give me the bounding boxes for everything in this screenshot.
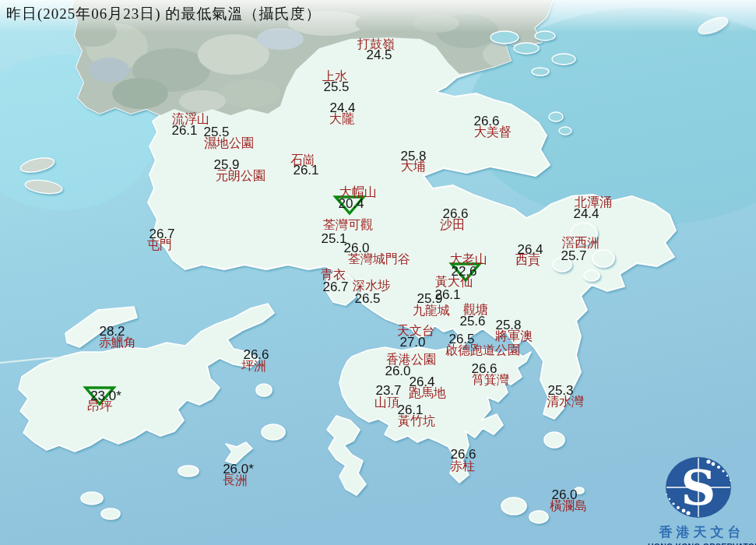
- station-temperature: 25.9: [417, 293, 442, 304]
- station-temperature: 26.0: [385, 365, 410, 377]
- station-name: 西貢: [515, 254, 540, 265]
- station-temperature: 24.4: [573, 208, 599, 220]
- station-temperature: 23.7: [375, 385, 401, 396]
- station-name: 昂坪: [87, 400, 112, 412]
- station-temperature: 20.4: [338, 198, 364, 209]
- station-name: 黃大仙: [435, 276, 473, 287]
- station-name: 啟德跑道公園: [445, 344, 520, 356]
- station-name: 赤鱲角: [99, 336, 136, 348]
- weather-map-page: 昨日(2025年06月23日) 的最低氣溫（攝氏度） 打鼓嶺24.5上水25.5…: [0, 0, 756, 545]
- station-temperature: 26.1: [171, 125, 197, 136]
- station-name: 黃竹坑: [398, 415, 435, 427]
- station-name: 橫瀾島: [550, 500, 587, 512]
- station-name: 九龍城: [413, 304, 450, 316]
- station-name: 大美督: [474, 126, 512, 138]
- station-name: 深水埗: [353, 280, 390, 291]
- station-name: 清水灣: [547, 396, 584, 407]
- station-name: 大隴: [329, 113, 354, 125]
- station-name: 跑馬地: [409, 387, 446, 399]
- station-name: 山頂: [374, 396, 399, 408]
- station-name: 青衣: [321, 269, 346, 280]
- station-name: 沙田: [440, 219, 465, 230]
- station-temperature: 26.6: [450, 448, 476, 460]
- station-temperature: 25.6: [459, 315, 485, 327]
- station-name: 荃灣可觀: [323, 219, 373, 230]
- station-temperature: 25.7: [561, 250, 586, 262]
- station-name: 滘西洲: [562, 237, 600, 248]
- station-name: 大老山: [450, 253, 487, 265]
- station-name: 元朗公園: [216, 170, 265, 181]
- station-temperature: 25.5: [323, 81, 349, 93]
- station-name: 筲箕灣: [472, 374, 509, 385]
- hko-logo-name-en: HONG KONG OBSERVATORY: [648, 542, 756, 545]
- station-name: 將軍澳: [495, 330, 533, 342]
- station-temperature: 27.0: [399, 336, 425, 348]
- hko-logo-name-zh: 香港天文台: [648, 523, 756, 541]
- svg-text:S: S: [681, 459, 716, 516]
- station-name: 荃灣城門谷: [348, 253, 410, 265]
- hko-logo: S 香港天文台 HONG KONG OBSERVATORY: [648, 455, 756, 545]
- station-name: 屯門: [147, 239, 172, 251]
- station-name: 濕地公園: [204, 137, 254, 149]
- station-temperature: 24.5: [366, 49, 392, 61]
- station-temperature: 26.7: [322, 281, 348, 293]
- hko-logo-icon: S: [648, 455, 756, 519]
- station-name: 赤柱: [450, 460, 475, 472]
- station-temperature: 26.5: [354, 293, 380, 304]
- station-name: 大埔: [401, 160, 426, 172]
- station-layer: 打鼓嶺24.5上水25.524.4大隴26.6大美督流浮山26.125.5濕地公…: [0, 0, 756, 545]
- station-name: 坪洲: [241, 360, 266, 371]
- station-name: 長洲: [223, 474, 248, 486]
- page-title: 昨日(2025年06月23日) 的最低氣溫（攝氏度）: [6, 4, 321, 24]
- station-temperature: 26.1: [293, 164, 318, 176]
